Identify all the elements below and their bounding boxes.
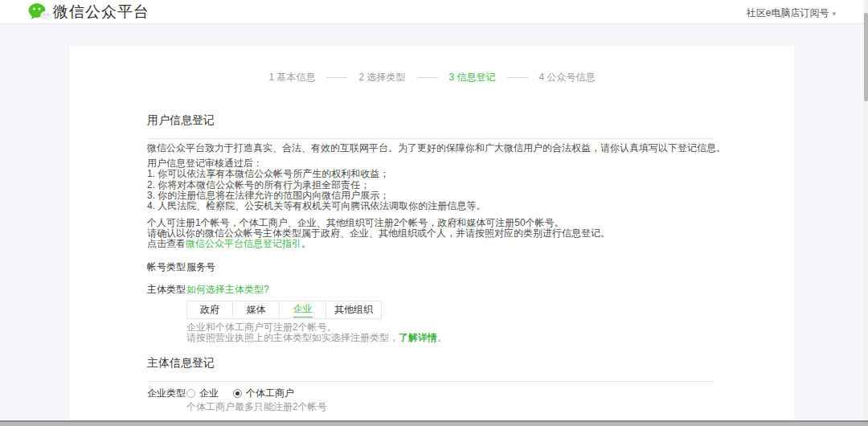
quota-notes: 个人可注册1个帐号，个体工商户、企业、其他组织可注册2个帐号，政府和媒体可注册5… (147, 218, 726, 249)
step-account-info: 4 公众号信息 (539, 71, 596, 84)
guide-prefix: 点击查看 (147, 238, 186, 249)
license-note-text: 请按照营业执照上的主体类型如实选择注册类型， (186, 332, 399, 343)
guide-suffix: 。 (301, 238, 311, 249)
audit-item-3: 3. 你的注册信息将在法律允许的范围内向微信用户展示； (147, 190, 726, 201)
enterprise-type-options: 企业 个体工商户 (186, 387, 294, 400)
guide-line: 点击查看微信公众平台信息登记指引。 (147, 239, 726, 249)
radio-selected-icon (233, 389, 242, 398)
audit-title: 用户信息登记审核通过后： (147, 158, 726, 169)
scrollbar-thumb[interactable] (864, 13, 868, 101)
radio-option-individual-business[interactable]: 个体工商户 (233, 387, 294, 400)
registration-card: 1 基本信息 2 选择类型 3 信息登记 4 公众号信息 用户信息登记 微信公众… (70, 46, 794, 420)
scrollbar-track[interactable] (864, 0, 868, 420)
subject-type-help-link[interactable]: 如何选择主体类型? (186, 283, 269, 297)
step-indicator: 1 基本信息 2 选择类型 3 信息登记 4 公众号信息 (70, 71, 794, 84)
audit-item-2: 2. 你将对本微信公众帐号的所有行为承担全部责任； (147, 180, 726, 190)
top-header: 微信公众平台 社区e电脑店订阅号 ▾ (0, 0, 868, 24)
window-bottom-edge (0, 420, 868, 426)
account-switcher[interactable]: 社区e电脑店订阅号 ▾ (747, 6, 836, 20)
page-title: 微信公众平台 (53, 3, 149, 21)
subject-type-tabs: 政府 媒体 企业 其他组织 (186, 301, 382, 319)
radio-option-enterprise[interactable]: 企业 (186, 387, 219, 400)
account-type-label: 帐号类型 (147, 260, 186, 274)
learn-more-link[interactable]: 了解详情 (399, 332, 437, 343)
account-type-row: 帐号类型 服务号 (147, 260, 215, 274)
enterprise-type-label: 企业类型 (147, 387, 186, 400)
registration-guide-link[interactable]: 微信公众平台信息登记指引 (186, 238, 301, 249)
tab-enterprise[interactable]: 企业 (280, 301, 326, 319)
enterprise-type-note: 个体工商户最多只能注册2个帐号 (186, 400, 327, 414)
audit-item-1: 1. 你可以依法享有本微信公众帐号所产生的权利和收益； (147, 169, 726, 179)
tab-media[interactable]: 媒体 (233, 301, 280, 319)
account-type-value: 服务号 (186, 260, 215, 274)
step-basic-info: 1 基本信息 (268, 71, 315, 84)
user-info-heading: 用户信息登记 (147, 113, 714, 139)
tab-note-license: 请按照营业执照上的主体类型如实选择注册类型，了解详情。 (186, 333, 447, 343)
audit-notes: 用户信息登记审核通过后： 1. 你可以依法享有本微信公众帐号所产生的权利和收益；… (147, 158, 726, 211)
radio-unselected-icon (186, 389, 195, 398)
tab-government[interactable]: 政府 (186, 301, 233, 319)
step-info-registration: 3 信息登记 (449, 71, 496, 84)
audit-item-4: 4. 人民法院、检察院、公安机关等有权机关可向腾讯依法调取你的注册信息等。 (147, 201, 726, 211)
step-separator (507, 77, 528, 78)
license-note-suffix: 。 (437, 332, 447, 343)
tab-other-organization[interactable]: 其他组织 (326, 301, 382, 319)
subject-type-row: 主体类型 如何选择主体类型? (147, 283, 269, 297)
step-choose-type: 2 选择类型 (358, 71, 405, 84)
enterprise-type-row: 企业类型 企业 个体工商户 (147, 387, 294, 400)
chevron-down-icon: ▾ (832, 10, 836, 18)
subject-info-heading: 主体信息登记 (147, 356, 714, 382)
step-separator (417, 77, 438, 78)
wechat-logo-icon (28, 2, 52, 22)
step-separator (326, 77, 347, 78)
page: 微信公众平台 社区e电脑店订阅号 ▾ 1 基本信息 2 选择类型 3 信息登记 … (0, 0, 868, 426)
subject-type-label: 主体类型 (147, 283, 186, 297)
account-name: 社区e电脑店订阅号 (747, 6, 829, 20)
intro-paragraph: 微信公众平台致力于打造真实、合法、有效的互联网平台。为了更好的保障你和广大微信用… (147, 143, 726, 154)
